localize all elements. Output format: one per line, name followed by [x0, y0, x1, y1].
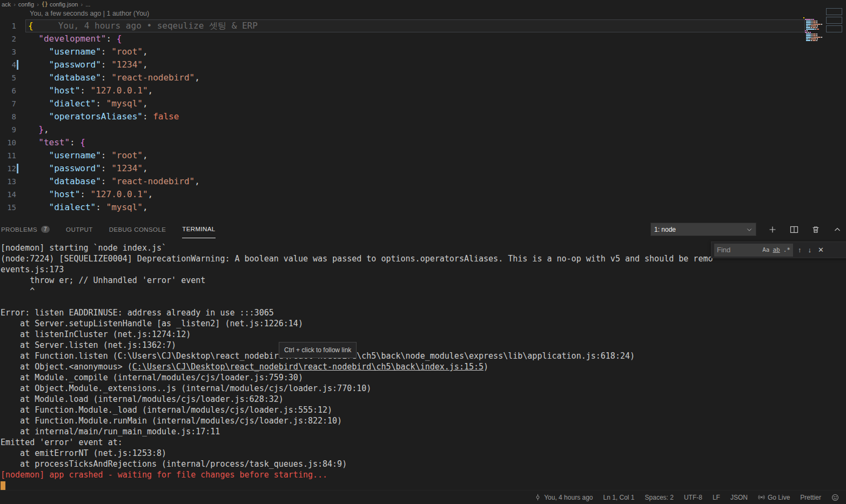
status-item-indentation[interactable]: Spaces: 2: [645, 494, 674, 501]
code-line[interactable]: 8 "operatorsAliases": false: [0, 110, 846, 123]
terminal-text: ^: [1, 286, 35, 296]
breadcrumb-item[interactable]: ack: [2, 1, 11, 8]
code-line[interactable]: 5 "database": "react-nodebird",: [0, 71, 846, 84]
panel-tab-output[interactable]: OUTPUT: [66, 220, 93, 238]
panel-tab-debug-console[interactable]: DEBUG CONSOLE: [109, 220, 166, 238]
code-line[interactable]: 4 "password": "1234",: [0, 58, 846, 71]
status-item-feedback[interactable]: [831, 494, 839, 501]
code-token: :: [80, 189, 90, 199]
panel-tab-terminal[interactable]: TERMINAL: [182, 220, 215, 238]
new-terminal-icon[interactable]: [768, 225, 777, 234]
code-line[interactable]: 11 "username": "root",: [0, 149, 846, 162]
minimap-line: [803, 22, 824, 23]
code-token: [28, 59, 49, 70]
breadcrumb-item[interactable]: {}config.json: [42, 1, 78, 8]
terminal[interactable]: [nodemon] starting `node index.js`(node:…: [0, 238, 846, 490]
code-token: {: [28, 21, 33, 31]
code-line-content: "dialect": "mysql",: [28, 97, 148, 110]
panel-tab-problems[interactable]: PROBLEMS7: [1, 220, 50, 238]
line-number: 7: [0, 97, 16, 110]
status-item-blame-status[interactable]: You, 4 hours ago: [534, 494, 593, 501]
terminal-line: at Object.Module._extensions..js (intern…: [1, 383, 846, 394]
codelens-blame[interactable]: You, a few seconds ago | 1 author (You): [0, 8, 846, 19]
line-number: 14: [0, 188, 16, 201]
minimap-line: [803, 38, 824, 39]
code-token: [28, 111, 49, 122]
maximize-panel-icon[interactable]: [833, 225, 842, 234]
regex-toggle[interactable]: .*: [783, 246, 790, 253]
status-item-prettier[interactable]: Prettier: [800, 494, 821, 501]
minimap-line: [803, 21, 824, 22]
minimap-line: [803, 35, 824, 36]
code-line[interactable]: 6 "host": "127.0.0.1",: [0, 84, 846, 97]
find-close-icon[interactable]: ✕: [818, 246, 824, 254]
whole-word-toggle[interactable]: ab: [773, 246, 780, 253]
line-number: 6: [0, 84, 16, 97]
terminal-text: at Server.listen (net.js:1362:7): [1, 340, 176, 350]
line-number: 12: [0, 162, 16, 175]
code-line[interactable]: 1{You, 4 hours ago • seqeulize 셋팅 & ERP: [0, 19, 846, 32]
breadcrumb[interactable]: ack›config›{}config.json›...: [0, 0, 846, 8]
breadcrumb-item[interactable]: config: [18, 1, 34, 8]
code-token: "operatorsAliases": [49, 111, 143, 122]
terminal-line: [nodemon] app crashed - waiting for file…: [1, 469, 846, 480]
code-line[interactable]: 9 },: [0, 123, 846, 136]
code-line[interactable]: 7 "dialect": "mysql",: [0, 97, 846, 110]
code-line[interactable]: 12 "password": "1234",: [0, 162, 846, 175]
code-line[interactable]: 2 "development": {: [0, 32, 846, 45]
code-area[interactable]: 1{You, 4 hours ago • seqeulize 셋팅 & ERP2…: [0, 19, 846, 214]
code-token: "mysql": [106, 202, 143, 212]
problems-badge: 7: [41, 226, 50, 233]
code-line[interactable]: 3 "username": "root",: [0, 45, 846, 58]
match-case-toggle[interactable]: Aa: [762, 246, 769, 253]
terminal-link[interactable]: C:\Users\CJ\Desktop\react_nodebird\react…: [132, 362, 484, 372]
status-item-label: LF: [713, 494, 720, 501]
find-nav-buttons: ↑↓✕: [798, 246, 824, 254]
code-line[interactable]: 14 "host": "127.0.0.1",: [0, 188, 846, 201]
panel-header: PROBLEMS7OUTPUTDEBUG CONSOLETERMINAL 1: …: [0, 220, 846, 238]
line-number: 4: [0, 58, 16, 71]
status-item-label: UTF-8: [684, 494, 702, 501]
terminal-line: at Function.Module._load (internal/modul…: [1, 405, 846, 415]
code-token: [28, 176, 49, 186]
code-line-content: },: [28, 123, 49, 136]
terminal-line: at emitErrorNT (net.js:1253:8): [1, 448, 846, 459]
status-item-go-live[interactable]: Go Live: [758, 494, 790, 501]
status-item-encoding[interactable]: UTF-8: [684, 494, 702, 501]
breadcrumb-separator-icon: ›: [80, 1, 83, 8]
line-number: 11: [0, 149, 16, 162]
terminal-line: at Module._compile (internal/modules/cjs…: [1, 372, 846, 383]
minimap[interactable]: [803, 17, 824, 42]
line-number: 9: [0, 123, 16, 136]
status-item-cursor-position[interactable]: Ln 1, Col 1: [603, 494, 635, 501]
breadcrumb-item[interactable]: ...: [85, 1, 90, 8]
code-token: "1234": [111, 59, 143, 70]
code-token: [28, 189, 49, 199]
code-line-content: "host": "127.0.0.1",: [28, 188, 153, 201]
find-next-icon[interactable]: ↓: [808, 246, 812, 254]
code-token: :: [101, 163, 111, 173]
terminal-line: throw er; // Unhandled 'error' event: [1, 275, 846, 286]
minimap-line: [803, 24, 824, 25]
find-input[interactable]: Find Aaab.*: [714, 244, 793, 257]
terminal-selector[interactable]: 1: node: [650, 223, 756, 236]
code-line[interactable]: 10 "test": {: [0, 136, 846, 149]
status-item-language-mode[interactable]: JSON: [730, 494, 748, 501]
terminal-line: events.js:173: [1, 264, 846, 275]
terminal-text: Emitted 'error' event at:: [1, 438, 123, 447]
terminal-text: [nodemon] starting `node index.js`: [1, 243, 166, 253]
breadcrumb-item-label: ack: [2, 1, 11, 8]
code-token: :: [96, 202, 106, 212]
code-line[interactable]: 13 "database": "react-nodebird",: [0, 175, 846, 188]
code-token: "127.0.0.1": [91, 85, 148, 96]
terminal-selector-value: 1: node: [654, 226, 676, 233]
terminal-text: Error: listen EADDRINUSE: address alread…: [1, 308, 274, 318]
panel-tab-label: OUTPUT: [66, 226, 93, 233]
code-token: [28, 163, 49, 173]
status-item-eol[interactable]: LF: [713, 494, 720, 501]
find-previous-icon[interactable]: ↑: [798, 246, 802, 254]
code-line[interactable]: 15 "dialect": "mysql",: [0, 201, 846, 214]
split-terminal-icon[interactable]: [790, 225, 798, 234]
code-token: "mysql": [106, 98, 143, 109]
kill-terminal-icon[interactable]: [811, 225, 820, 234]
